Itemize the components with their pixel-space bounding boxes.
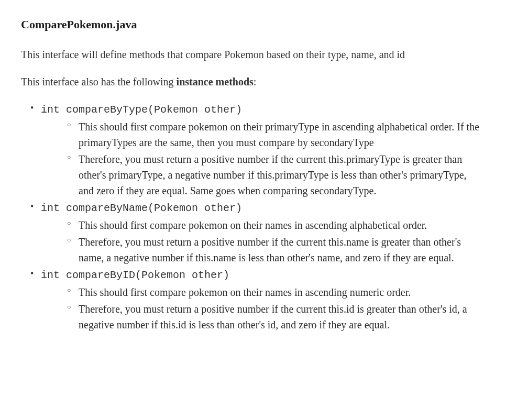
method-item: int compareByType(Pokemon other) This sh…	[41, 101, 485, 198]
method-detail: Therefore, you must return a positive nu…	[79, 151, 485, 198]
method-detail: This should first compare pokemon on the…	[79, 284, 485, 300]
para-suffix: :	[254, 76, 257, 87]
method-signature: int compareByName(Pokemon other)	[41, 202, 242, 214]
method-details: This should first compare pokemon on the…	[41, 284, 485, 333]
method-detail: Therefore, you must return a positive nu…	[79, 301, 485, 333]
intro-paragraph: This interface will define methods that …	[21, 47, 485, 62]
method-details: This should first compare pokemon on the…	[41, 217, 485, 266]
method-signature: int compareByID(Pokemon other)	[41, 269, 229, 281]
para-bold: instance methods	[177, 76, 254, 87]
method-signature: int compareByType(Pokemon other)	[41, 104, 242, 116]
method-item: int compareByName(Pokemon other) This sh…	[41, 200, 485, 266]
para-prefix: This interface also has the following	[21, 76, 177, 87]
document-heading: ComparePokemon.java	[21, 16, 485, 33]
methods-list: int compareByType(Pokemon other) This sh…	[21, 101, 485, 333]
instance-methods-paragraph: This interface also has the following in…	[21, 74, 485, 90]
method-detail: This should first compare pokemon on the…	[79, 217, 485, 233]
method-item: int compareByID(Pokemon other) This shou…	[41, 267, 485, 333]
method-detail: This should first compare pokemon on the…	[79, 119, 485, 150]
method-details: This should first compare pokemon on the…	[41, 119, 485, 198]
method-detail: Therefore, you must return a positive nu…	[79, 234, 485, 266]
